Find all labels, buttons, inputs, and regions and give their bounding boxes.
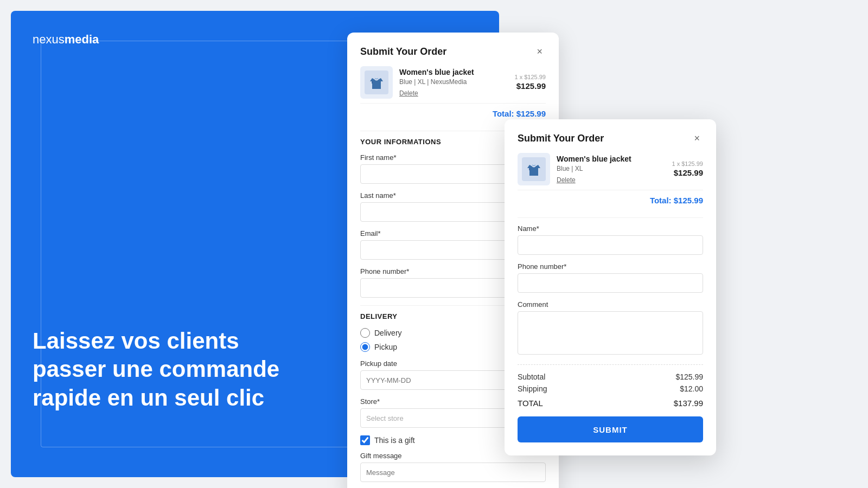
modal-2-product-info: Women's blue jacket Blue | XL Delete [557, 155, 666, 184]
delivery-label: Delivery [374, 329, 402, 337]
total-summary-label: TOTAL [518, 399, 543, 408]
modal-1-title: Submit Your Order [360, 46, 446, 57]
modal-2-title: Submit Your Order [518, 133, 604, 144]
modal-2-product-row: Women's blue jacket Blue | XL Delete 1 x… [518, 153, 703, 185]
modal-2-comment-group: Comment [518, 300, 703, 357]
modal-2-name-group: Name* [518, 224, 703, 255]
subtotal-row: Subtotal $125.99 [518, 373, 703, 381]
total-summary-row: TOTAL $137.99 [518, 396, 703, 408]
modal-1-close-button[interactable]: × [533, 46, 546, 57]
modal-2-comment-label: Comment [518, 300, 703, 309]
shipping-label: Shipping [518, 384, 547, 393]
pickup-radio[interactable] [360, 342, 370, 352]
modal-2-phone-label: Phone number* [518, 262, 703, 271]
summary-section: Subtotal $125.99 Shipping $12.00 TOTAL $… [518, 364, 703, 408]
total-summary-value: $137.99 [674, 399, 703, 408]
hero-text: Laissez vos clients passer une commande … [33, 327, 293, 456]
modal-1-total: Total: $125.99 [493, 109, 546, 118]
pickup-label: Pickup [374, 343, 397, 351]
shipping-value: $12.00 [680, 384, 703, 393]
modal-2-product-name: Women's blue jacket [557, 155, 666, 163]
modal-2-phone-input[interactable] [518, 273, 703, 293]
subtotal-label: Subtotal [518, 373, 545, 381]
modal-1-product-row: Women's blue jacket Blue | XL | NexusMed… [360, 66, 546, 99]
product-image-1 [360, 66, 393, 99]
modal-2-total-row: Total: $125.99 [518, 190, 703, 211]
gift-label: This is a gift [374, 436, 415, 445]
modal-2-product-price: 1 x $125.99 $125.99 [672, 160, 704, 178]
modal-2-comment-textarea[interactable] [518, 311, 703, 355]
modal-2-product-meta: Blue | XL [557, 165, 666, 172]
modal-2-header: Submit Your Order × [518, 132, 703, 144]
modal-2-delete-button[interactable]: Delete [557, 176, 576, 184]
delivery-radio[interactable] [360, 328, 370, 338]
modal-2-name-label: Name* [518, 224, 703, 233]
modal-1-header: Submit Your Order × [360, 46, 546, 57]
subtotal-value: $125.99 [675, 373, 703, 381]
modal-1-product-info: Women's blue jacket Blue | XL | NexusMed… [399, 68, 508, 98]
gift-checkbox[interactable] [360, 435, 370, 445]
modal-1-delete-button[interactable]: Delete [399, 89, 418, 97]
modal-2-divider-1 [518, 217, 703, 218]
modal-2-total: Total: $125.99 [650, 196, 703, 205]
modal-1-product-meta: Blue | XL | NexusMedia [399, 78, 508, 86]
modal-2-name-input[interactable] [518, 235, 703, 255]
modal-1-product-name: Women's blue jacket [399, 68, 508, 76]
product-image-2 [518, 153, 550, 185]
modal-1-product-price: 1 x $125.99 $125.99 [515, 74, 546, 91]
modal-2-phone-group: Phone number* [518, 262, 703, 293]
shipping-row: Shipping $12.00 [518, 384, 703, 393]
gift-message-input[interactable] [360, 463, 546, 482]
modal-2: Submit Your Order × Women's blue jacket … [505, 119, 716, 455]
modal-2-close-button[interactable]: × [691, 132, 703, 144]
submit-button[interactable]: SUBMIT [518, 416, 703, 442]
gift-message-group: Gift message [360, 452, 546, 482]
